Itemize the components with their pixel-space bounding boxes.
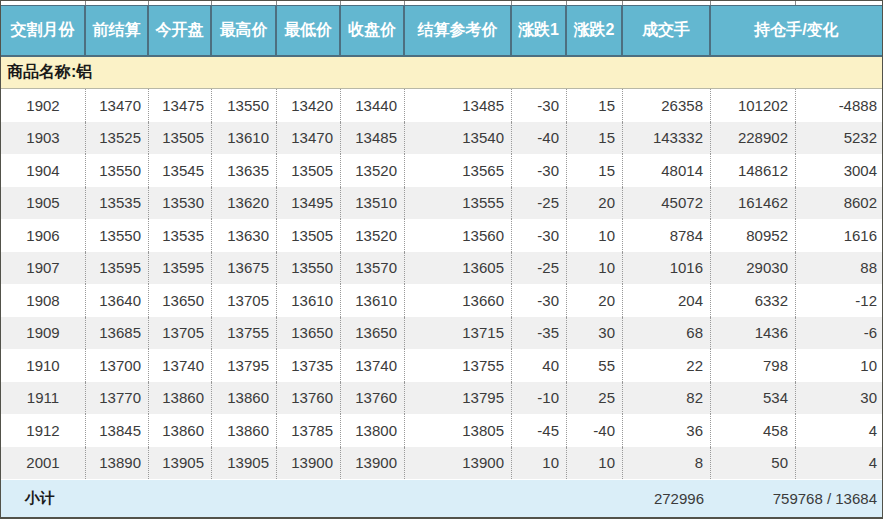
column-header-open-interest-change: 持仓手/变化 xyxy=(711,6,882,55)
cell-oi-change: -4888 xyxy=(796,89,882,122)
cell-change1: -25 xyxy=(512,187,567,220)
cell-close: 13485 xyxy=(341,122,405,155)
column-header-low: 最低价 xyxy=(277,6,341,55)
cell-change1: -30 xyxy=(512,89,567,122)
cell-change2: 20 xyxy=(567,284,623,317)
cell-volume: 36 xyxy=(623,414,711,447)
cell-open: 13905 xyxy=(149,447,212,480)
cell-low: 13505 xyxy=(277,219,341,252)
cell-open-interest: 798 xyxy=(711,349,796,382)
cell-open: 13475 xyxy=(149,89,212,122)
cell-close: 13650 xyxy=(341,317,405,350)
cell-open: 13595 xyxy=(149,252,212,285)
cell-change2: 15 xyxy=(567,122,623,155)
cell-delivery-month: 1905 xyxy=(1,187,86,220)
cell-prev-settlement: 13595 xyxy=(86,252,149,285)
cell-open: 13860 xyxy=(149,382,212,415)
cell-high: 13620 xyxy=(212,187,277,220)
cell-low: 13735 xyxy=(277,349,341,382)
cell-volume: 1016 xyxy=(623,252,711,285)
cell-delivery-month: 1902 xyxy=(1,89,86,122)
cell-volume: 143332 xyxy=(623,122,711,155)
cell-volume: 26358 xyxy=(623,89,711,122)
cell-settlement-ref: 13485 xyxy=(405,89,512,122)
table-row[interactable]: 1911 13770 13860 13860 13760 13760 13795… xyxy=(1,382,882,415)
cell-settlement-ref: 13755 xyxy=(405,349,512,382)
table-row[interactable]: 1907 13595 13595 13675 13550 13570 13605… xyxy=(1,252,882,285)
cell-delivery-month: 2001 xyxy=(1,447,86,480)
table-row[interactable]: 1905 13535 13530 13620 13495 13510 13555… xyxy=(1,187,882,220)
cell-open: 13505 xyxy=(149,122,212,155)
cell-delivery-month: 1909 xyxy=(1,317,86,350)
cell-change1: 10 xyxy=(512,447,567,480)
cell-open: 13535 xyxy=(149,219,212,252)
cell-change2: 15 xyxy=(567,154,623,187)
cell-delivery-month: 1904 xyxy=(1,154,86,187)
table-row[interactable]: 1902 13470 13475 13550 13420 13440 13485… xyxy=(1,89,882,122)
cell-change1: 40 xyxy=(512,349,567,382)
cell-oi-change: 4 xyxy=(796,414,882,447)
cell-delivery-month: 1906 xyxy=(1,219,86,252)
cell-volume: 204 xyxy=(623,284,711,317)
cell-settlement-ref: 13540 xyxy=(405,122,512,155)
cell-change1: -45 xyxy=(512,414,567,447)
cell-oi-change: 4 xyxy=(796,447,882,480)
cell-close: 13610 xyxy=(341,284,405,317)
column-header-change2: 涨跌2 xyxy=(567,6,623,55)
table-row[interactable]: 1904 13550 13545 13635 13505 13520 13565… xyxy=(1,154,882,187)
cell-high: 13795 xyxy=(212,349,277,382)
cell-low: 13495 xyxy=(277,187,341,220)
column-header-volume: 成交手 xyxy=(623,6,711,55)
column-header-close: 收盘价 xyxy=(341,6,405,55)
cell-delivery-month: 1908 xyxy=(1,284,86,317)
cell-settlement-ref: 13900 xyxy=(405,447,512,480)
cell-volume: 82 xyxy=(623,382,711,415)
cell-prev-settlement: 13550 xyxy=(86,219,149,252)
cell-settlement-ref: 13805 xyxy=(405,414,512,447)
table-row[interactable]: 1903 13525 13505 13610 13470 13485 13540… xyxy=(1,122,882,155)
cell-high: 13905 xyxy=(212,447,277,480)
cell-close: 13900 xyxy=(341,447,405,480)
table-row[interactable]: 1912 13845 13860 13860 13785 13800 13805… xyxy=(1,414,882,447)
column-header-high: 最高价 xyxy=(212,6,277,55)
cell-volume: 68 xyxy=(623,317,711,350)
cell-oi-change: -6 xyxy=(796,317,882,350)
cell-open-interest: 29030 xyxy=(711,252,796,285)
column-header-prev-settlement: 前结算 xyxy=(86,6,149,55)
cell-oi-change: 10 xyxy=(796,349,882,382)
cell-open: 13650 xyxy=(149,284,212,317)
cell-open: 13740 xyxy=(149,349,212,382)
cell-volume: 45072 xyxy=(623,187,711,220)
cell-high: 13860 xyxy=(212,414,277,447)
cell-prev-settlement: 13640 xyxy=(86,284,149,317)
cell-settlement-ref: 13605 xyxy=(405,252,512,285)
cell-change1: -30 xyxy=(512,154,567,187)
cell-prev-settlement: 13685 xyxy=(86,317,149,350)
cell-oi-change: 30 xyxy=(796,382,882,415)
cell-delivery-month: 1907 xyxy=(1,252,86,285)
cell-open-interest: 148612 xyxy=(711,154,796,187)
cell-low: 13900 xyxy=(277,447,341,480)
cell-change1: -10 xyxy=(512,382,567,415)
table-row[interactable]: 1906 13550 13535 13630 13505 13520 13560… xyxy=(1,219,882,252)
cell-change1: -35 xyxy=(512,317,567,350)
cell-settlement-ref: 13660 xyxy=(405,284,512,317)
table-header-row: 交割月份 前结算 今开盘 最高价 最低价 收盘价 结算参考价 涨跌1 涨跌2 成… xyxy=(1,5,882,57)
table-row[interactable]: 1909 13685 13705 13755 13650 13650 13715… xyxy=(1,317,882,350)
cell-change2: 55 xyxy=(567,349,623,382)
subtotal-label: 小计 xyxy=(1,480,86,517)
cell-volume: 22 xyxy=(623,349,711,382)
cell-low: 13785 xyxy=(277,414,341,447)
table-row[interactable]: 2001 13890 13905 13905 13900 13900 13900… xyxy=(1,447,882,480)
cell-prev-settlement: 13890 xyxy=(86,447,149,480)
cell-open-interest: 534 xyxy=(711,382,796,415)
cell-low: 13760 xyxy=(277,382,341,415)
table-row[interactable]: 1908 13640 13650 13705 13610 13610 13660… xyxy=(1,284,882,317)
column-header-settlement-ref: 结算参考价 xyxy=(405,6,512,55)
cell-prev-settlement: 13550 xyxy=(86,154,149,187)
cell-change2: -40 xyxy=(567,414,623,447)
cell-settlement-ref: 13560 xyxy=(405,219,512,252)
cell-open: 13860 xyxy=(149,414,212,447)
table-row[interactable]: 1910 13700 13740 13795 13735 13740 13755… xyxy=(1,349,882,382)
cell-close: 13520 xyxy=(341,219,405,252)
